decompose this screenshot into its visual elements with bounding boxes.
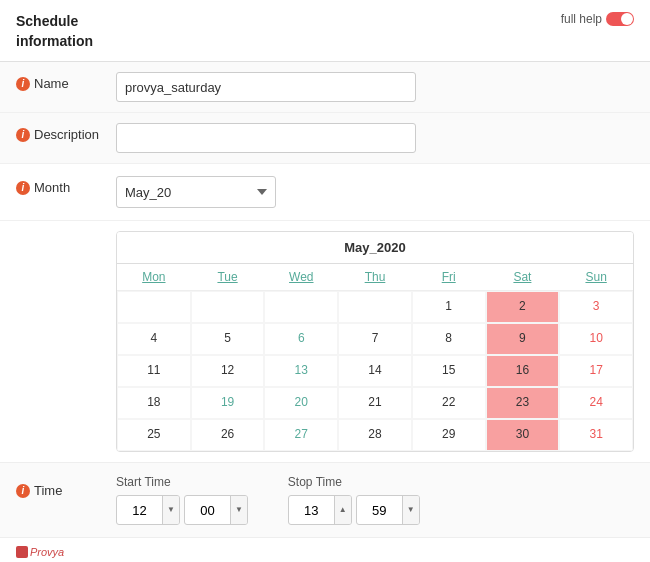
cal-cell[interactable]: 8 — [412, 323, 486, 355]
cal-cell[interactable]: 19 — [191, 387, 265, 419]
day-header-sun[interactable]: Sun — [559, 264, 633, 291]
cal-cell-sun[interactable]: 31 — [559, 419, 633, 451]
cal-cell — [338, 291, 412, 323]
stop-time-label: Stop Time — [288, 475, 420, 489]
stop-time-selects: 13 ▲ 59 ▼ — [288, 495, 420, 525]
calendar-wrapper: May_2020 Mon Tue Wed Thu Fri Sat Sun 1 2… — [0, 221, 650, 462]
cal-cell-sun[interactable]: 3 — [559, 291, 633, 323]
stop-hour-select[interactable]: 13 — [289, 499, 334, 522]
description-row: i Description — [0, 113, 650, 164]
cal-cell[interactable]: 28 — [338, 419, 412, 451]
description-input[interactable] — [116, 123, 416, 153]
start-time-group: Start Time 12 ▼ 00 — [116, 475, 248, 525]
name-field-wrapper — [116, 72, 634, 102]
page-header: Schedule information full help — [0, 0, 650, 62]
time-fields: Start Time 12 ▼ 00 — [116, 475, 634, 525]
cal-cell[interactable]: 1 — [412, 291, 486, 323]
brand-icon — [16, 546, 28, 558]
time-row: i Time Start Time 12 ▼ — [0, 462, 650, 537]
brand-text: Provya — [30, 546, 64, 558]
stop-hour-arrow[interactable]: ▲ — [334, 496, 351, 524]
cal-cell — [191, 291, 265, 323]
start-minute-arrow[interactable]: ▼ — [230, 496, 247, 524]
stop-minute-wrapper: 59 ▼ — [356, 495, 420, 525]
start-hour-select[interactable]: 12 — [117, 499, 162, 522]
start-time-selects: 12 ▼ 00 ▼ — [116, 495, 248, 525]
cal-cell — [264, 291, 338, 323]
footer: Provya — [0, 537, 650, 562]
cal-cell[interactable]: 22 — [412, 387, 486, 419]
cal-cell-sat[interactable]: 16 — [486, 355, 560, 387]
stop-minute-arrow[interactable]: ▼ — [402, 496, 419, 524]
day-header-thu[interactable]: Thu — [338, 264, 412, 291]
page-container: Schedule information full help i Name i … — [0, 0, 650, 562]
stop-minute-down-icon: ▼ — [407, 506, 415, 514]
help-toggle[interactable]: full help — [561, 12, 634, 26]
name-input[interactable] — [116, 72, 416, 102]
cal-cell[interactable]: 21 — [338, 387, 412, 419]
day-header-tue[interactable]: Tue — [191, 264, 265, 291]
cal-cell[interactable]: 13 — [264, 355, 338, 387]
name-row: i Name — [0, 62, 650, 113]
month-select[interactable]: May_20 Jun_20 Jul_20 Aug_20 — [116, 176, 276, 208]
month-row: i Month May_20 Jun_20 Jul_20 Aug_20 — [0, 164, 650, 221]
stop-minute-select[interactable]: 59 — [357, 499, 402, 522]
calendar-title: May_2020 — [117, 232, 633, 264]
name-info-icon: i — [16, 77, 30, 91]
time-label: i Time — [16, 475, 116, 498]
cal-cell[interactable]: 14 — [338, 355, 412, 387]
cal-cell-sat[interactable]: 9 — [486, 323, 560, 355]
month-label: i Month — [16, 176, 116, 195]
cal-cell-sat[interactable]: 30 — [486, 419, 560, 451]
cal-cell[interactable]: 7 — [338, 323, 412, 355]
stop-hour-up-icon: ▲ — [339, 506, 347, 514]
cal-cell[interactable]: 6 — [264, 323, 338, 355]
cal-cell[interactable]: 4 — [117, 323, 191, 355]
start-time-label: Start Time — [116, 475, 248, 489]
calendar-grid: Mon Tue Wed Thu Fri Sat Sun 1 2 3 4 5 6 — [117, 264, 633, 451]
cal-cell-sun[interactable]: 17 — [559, 355, 633, 387]
time-info-icon: i — [16, 484, 30, 498]
month-info-icon: i — [16, 181, 30, 195]
description-field-wrapper — [116, 123, 634, 153]
cal-cell-sun[interactable]: 24 — [559, 387, 633, 419]
cal-cell-sun[interactable]: 10 — [559, 323, 633, 355]
help-label: full help — [561, 12, 602, 26]
cal-cell — [117, 291, 191, 323]
stop-hour-wrapper: 13 ▲ — [288, 495, 352, 525]
cal-cell-sat[interactable]: 23 — [486, 387, 560, 419]
cal-cell[interactable]: 18 — [117, 387, 191, 419]
calendar: May_2020 Mon Tue Wed Thu Fri Sat Sun 1 2… — [116, 231, 634, 452]
day-header-wed[interactable]: Wed — [264, 264, 338, 291]
cal-cell-sat[interactable]: 2 — [486, 291, 560, 323]
day-header-sat[interactable]: Sat — [486, 264, 560, 291]
start-minute-down-icon: ▼ — [235, 506, 243, 514]
cal-cell[interactable]: 15 — [412, 355, 486, 387]
cal-cell[interactable]: 11 — [117, 355, 191, 387]
description-label: i Description — [16, 123, 116, 142]
start-hour-down-icon: ▼ — [167, 506, 175, 514]
toggle-icon[interactable] — [606, 12, 634, 26]
cal-cell[interactable]: 27 — [264, 419, 338, 451]
start-minute-select[interactable]: 00 — [185, 499, 230, 522]
start-hour-arrow[interactable]: ▼ — [162, 496, 179, 524]
day-header-mon[interactable]: Mon — [117, 264, 191, 291]
cal-cell[interactable]: 26 — [191, 419, 265, 451]
cal-cell[interactable]: 25 — [117, 419, 191, 451]
day-header-fri[interactable]: Fri — [412, 264, 486, 291]
name-label: i Name — [16, 72, 116, 91]
start-minute-wrapper: 00 ▼ — [184, 495, 248, 525]
brand: Provya — [16, 546, 64, 558]
cal-cell[interactable]: 12 — [191, 355, 265, 387]
page-title: Schedule information — [16, 12, 93, 51]
cal-cell[interactable]: 29 — [412, 419, 486, 451]
start-hour-wrapper: 12 ▼ — [116, 495, 180, 525]
cal-cell[interactable]: 5 — [191, 323, 265, 355]
stop-time-group: Stop Time 13 ▲ 59 — [288, 475, 420, 525]
cal-cell[interactable]: 20 — [264, 387, 338, 419]
month-content: May_20 Jun_20 Jul_20 Aug_20 — [116, 176, 634, 208]
description-info-icon: i — [16, 128, 30, 142]
